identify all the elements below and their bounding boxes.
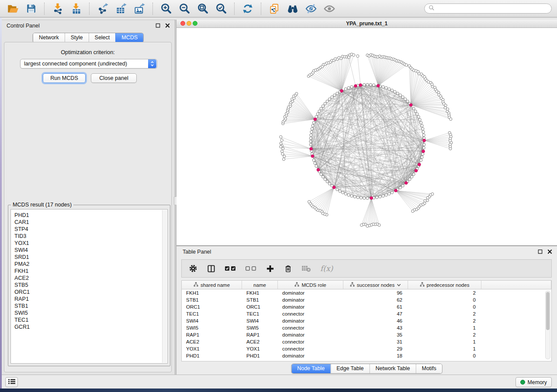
table-cell[interactable]: PHD1 [242,352,278,359]
panel-list-button[interactable] [5,377,18,387]
column-header-shared-name[interactable]: shared name [182,281,242,289]
table-cell[interactable]: 35 [343,331,408,338]
table-cell[interactable]: SWI5 [242,324,278,331]
tab-network[interactable]: Network [33,33,65,42]
table-row[interactable]: RAP1RAP1dominator352 [182,331,551,338]
open-file-icon[interactable] [5,1,20,16]
refresh-view-icon[interactable] [240,1,255,16]
deselect-all-rows-icon[interactable] [245,264,256,273]
network-canvas[interactable] [176,28,557,246]
table-cell[interactable]: 0 [408,296,481,303]
table-cell[interactable]: connector [278,310,343,317]
table-row[interactable]: ACE2ACE2connector311 [182,338,551,345]
table-cell[interactable]: TEC1 [182,310,242,317]
table-cell[interactable]: TEC1 [242,310,278,317]
import-table-icon[interactable] [69,1,83,16]
table-cell[interactable]: ORC1 [182,303,242,310]
table-cell[interactable]: dominator [278,289,343,296]
column-settings-icon[interactable] [189,264,197,273]
table-cell[interactable]: 96 [343,289,408,296]
mcds-result-item[interactable]: FKH1 [14,268,167,275]
table-cell[interactable]: ACE2 [242,338,278,345]
table-cell[interactable]: 61 [343,303,408,310]
table-cell[interactable]: 1 [408,345,481,352]
first-neighbors-icon[interactable] [285,1,300,16]
mcds-result-item[interactable]: ACE2 [14,275,167,282]
table-cell[interactable]: 0 [408,352,481,359]
mcds-result-item[interactable]: ORC1 [14,289,167,296]
table-cell[interactable]: dominator [278,303,343,310]
mcds-result-item[interactable]: RAP1 [14,296,167,303]
table-cell[interactable]: PHD1 [182,352,242,359]
table-cell[interactable]: dominator [278,331,343,338]
search-input[interactable] [437,5,551,12]
table-row[interactable]: YOX1YOX1connector291 [182,345,551,352]
close-icon[interactable] [165,23,170,28]
table-cell[interactable]: RAP1 [242,331,278,338]
run-mcds-button[interactable]: Run MCDS [43,73,86,83]
table-cell[interactable]: YOX1 [242,345,278,352]
table-cell[interactable]: SWI5 [182,324,242,331]
zoom-out-icon[interactable] [177,1,192,16]
memory-button[interactable]: Memory [515,377,552,387]
table-cell[interactable]: connector [278,324,343,331]
tab-select[interactable]: Select [89,33,116,42]
table-cell[interactable]: dominator [278,352,343,359]
table-row[interactable]: SWI4SWI4dominator462 [182,317,551,324]
zoom-fit-content-icon[interactable] [195,1,210,16]
table-cell[interactable]: SWI4 [182,317,242,324]
export-image-icon[interactable] [132,1,147,16]
mcds-result-item[interactable]: STB5 [14,282,167,289]
clone-network-icon[interactable] [267,1,282,16]
mcds-result-item[interactable]: PHD1 [14,212,167,219]
tab-style[interactable]: Style [65,33,89,42]
table-cell[interactable]: FKH1 [242,289,278,296]
hide-selected-icon[interactable] [304,1,318,16]
mcds-result-item[interactable]: TEC1 [14,316,167,323]
table-cell[interactable]: 31 [343,338,408,345]
column-header-successor-nodes[interactable]: successor nodes [343,281,408,289]
table-cell[interactable]: connector [278,338,343,345]
table-cell[interactable]: 2 [408,289,481,296]
table-row[interactable]: TEC1TEC1connector472 [182,310,551,317]
table-cell[interactable]: 29 [343,345,408,352]
table-cell[interactable]: STB1 [182,296,242,303]
scrollbar-thumb[interactable] [546,292,550,330]
mcds-result-item[interactable]: PMA2 [14,261,167,268]
table-cell[interactable]: 2 [408,310,481,317]
close-icon[interactable] [547,249,553,254]
table-cell[interactable]: YOX1 [182,345,242,352]
table-cell[interactable]: STB1 [242,296,278,303]
mcds-result-item[interactable]: STB1 [14,303,167,309]
zoom-selected-icon[interactable] [214,1,228,16]
table-cell[interactable]: FKH1 [182,289,242,296]
delete-column-icon[interactable] [284,264,292,273]
split-view-icon[interactable] [207,264,215,273]
table-cell[interactable]: 2 [408,331,481,338]
mcds-result-item[interactable]: SWI5 [14,309,167,316]
add-column-icon[interactable] [266,264,274,273]
table-cell[interactable]: ORC1 [242,303,278,310]
mcds-list-scrollbar[interactable] [162,210,167,363]
tab-network-table[interactable]: Network Table [370,364,416,373]
float-panel-icon[interactable] [155,23,161,28]
float-panel-icon[interactable] [537,249,543,254]
select-all-rows-icon[interactable] [225,264,236,273]
table-cell[interactable]: ACE2 [182,338,242,345]
column-header-predecessor-nodes[interactable]: predecessor nodes [408,281,481,289]
mcds-result-item[interactable]: SWI4 [14,247,167,254]
table-cell[interactable]: connector [278,345,343,352]
column-header-name[interactable]: name [242,281,278,289]
table-cell[interactable]: SWI4 [242,317,278,324]
table-cell[interactable]: dominator [278,296,343,303]
table-cell[interactable]: 1 [408,324,481,331]
tab-mcds[interactable]: MCDS [115,33,143,42]
tab-motifs[interactable]: Motifs [415,364,442,373]
save-session-icon[interactable] [24,1,38,16]
table-row[interactable]: FKH1FKH1dominator962 [182,289,551,296]
tab-edge-table[interactable]: Edge Table [330,364,369,373]
mcds-result-item[interactable]: STP4 [14,226,167,233]
search-field[interactable] [424,3,552,14]
table-cell[interactable]: 18 [343,352,408,359]
network-window-titlebar[interactable]: YPA_prune.txt_1 [176,20,557,28]
